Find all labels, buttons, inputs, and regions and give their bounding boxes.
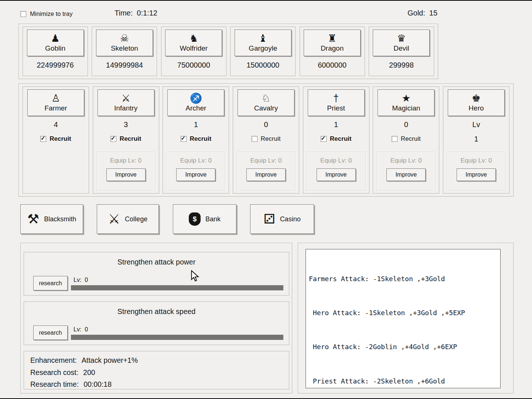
equip-level-label: Equip Lv: (250, 157, 276, 164)
gargoyle-icon: ♝ (259, 34, 267, 44)
gargoyle-button[interactable]: ♝ Gargoyle (235, 30, 291, 56)
equip-level-label: Equip Lv: (391, 157, 417, 164)
goblin-button[interactable]: ♟ Goblin (27, 30, 84, 56)
recruit-label: Recruit (190, 135, 212, 143)
equip-level: Equip Lv: 0 (307, 157, 365, 164)
equip-group-cavalry: Equip Lv: 0 Improve (236, 152, 296, 191)
equip-level-value: 0 (348, 157, 352, 164)
research-attack-speed-button[interactable]: research (33, 325, 68, 340)
monster-panel-skeleton: ☠ Skeleton 149999984 (92, 27, 157, 76)
unit-panel-hero: ♚ Hero Lv 1 Equip Lv: 0 Improve (443, 86, 509, 194)
anvil-icon: ⚒ (27, 212, 39, 226)
bank-label: Bank (205, 215, 221, 223)
skeleton-button[interactable]: ☠ Skeleton (96, 30, 153, 56)
improve-button-cavalry[interactable]: Improve (246, 168, 286, 181)
unit-panel-magician: ★ Magician 0 Recruit Equip Lv: 0 Improve (373, 86, 439, 194)
recruit-checkbox-farmer[interactable]: Recruit (40, 135, 71, 143)
recruit-checkbox-magician[interactable]: Recruit (392, 135, 421, 143)
devil-icon: ♛ (397, 34, 406, 44)
equip-group-archer: Equip Lv: 0 Improve (166, 152, 225, 191)
wolfrider-button[interactable]: ♞ Wolfrider (165, 30, 222, 56)
farmer-button[interactable]: ♙ Farmer (27, 89, 84, 116)
enhancement-label: Enhancement: (30, 356, 77, 364)
archer-button[interactable]: ♐ Archer (167, 89, 224, 116)
cavalry-icon: ♘ (262, 93, 270, 103)
improve-button-infantry[interactable]: Improve (106, 168, 146, 181)
hero-level-label: Lv (443, 120, 509, 129)
infantry-button[interactable]: ⚔ Infantry (98, 89, 154, 116)
recruit-checkbox-infantry[interactable]: Recruit (110, 135, 141, 143)
level-label: Lv: (74, 326, 81, 332)
hero-level-value: 1 (443, 135, 509, 143)
recruit-checkbox-priest[interactable]: Recruit (321, 135, 352, 143)
log-line: Priest Attack: -2Skeleton ,+6Gold (309, 376, 497, 387)
unit-panel-archer: ♐ Archer 1 Recruit Equip Lv: 0 Improve (163, 86, 229, 194)
college-button[interactable]: ⚔ College (97, 204, 159, 234)
infantry-label: Infantry (114, 104, 137, 112)
recruit-label: Recruit (50, 135, 71, 143)
research-attack-power-button[interactable]: research (33, 276, 68, 290)
blacksmith-button[interactable]: ⚒ Blacksmith (20, 204, 83, 234)
recruit-checkbox-archer[interactable]: Recruit (181, 135, 212, 143)
research-title: Strengthen attack power (24, 258, 289, 266)
money-bag-icon: $ (189, 212, 201, 226)
research-cost-value: 200 (83, 368, 95, 376)
improve-button-archer[interactable]: Improve (176, 168, 215, 181)
recruit-checkbox-cavalry[interactable]: Recruit (252, 135, 281, 143)
equip-level-label: Equip Lv: (110, 157, 136, 164)
checkbox-icon[interactable] (321, 136, 327, 142)
unit-panel-farmer: ♙ Farmer 4 Recruit (23, 86, 89, 194)
checkbox-icon[interactable] (392, 136, 398, 142)
research-cost-line: Research cost:200 (30, 366, 289, 379)
improve-button-hero[interactable]: Improve (457, 168, 496, 181)
improve-button-priest[interactable]: Improve (317, 168, 356, 181)
enhancement-line: Enhancement:Attack power+1% (30, 354, 289, 366)
skeleton-count: 149999984 (92, 61, 157, 69)
checkbox-icon[interactable] (181, 136, 187, 142)
cavalry-label: Cavalry (254, 104, 278, 112)
checkbox-icon[interactable] (20, 11, 26, 17)
dragon-icon: ♜ (328, 34, 337, 44)
equip-level-value: 0 (208, 157, 211, 164)
equip-level: Equip Lv: 0 (377, 157, 435, 164)
magician-button[interactable]: ★ Magician (378, 89, 434, 116)
unit-panel-priest: † Priest 1 Recruit Equip Lv: 0 Improve (303, 86, 369, 194)
checkbox-icon[interactable] (40, 136, 46, 142)
casino-button[interactable]: ⚂ Casino (250, 204, 314, 234)
cavalry-button[interactable]: ♘ Cavalry (238, 89, 294, 116)
devil-count: 299998 (369, 61, 434, 69)
research-group: Strengthen attack power research Lv:0 St… (20, 243, 292, 393)
battle-log-list[interactable]: Farmers Attack: -1Skeleton ,+3Gold Hero … (306, 249, 501, 388)
equip-group-magician: Equip Lv: 0 Improve (376, 152, 436, 191)
farmer-label: Farmer (44, 104, 67, 112)
monster-panel-dragon: ♜ Dragon 6000000 (300, 27, 365, 76)
research-info-panel: Enhancement:Attack power+1% Research cos… (24, 351, 289, 389)
progress-bar (71, 335, 283, 340)
gargoyle-count: 15000000 (231, 61, 295, 69)
equip-level-value: 0 (278, 157, 282, 164)
bank-button[interactable]: $ Bank (173, 204, 236, 234)
college-label: College (125, 215, 147, 223)
log-line: Farmers Attack: -1Skeleton ,+3Gold (309, 273, 497, 285)
equip-level-label: Equip Lv: (180, 157, 207, 164)
progress-bar (71, 285, 283, 290)
hero-button[interactable]: ♚ Hero (448, 89, 505, 116)
game-window: Minimize to tray Time:0:1:12 Gold:15 ♟ G… (0, 0, 532, 399)
farmer-count: 4 (23, 120, 89, 129)
devil-label: Devil (393, 44, 409, 52)
log-line: Hero Attack: -1Skeleton ,+3Gold ,+5EXP (309, 307, 497, 319)
dragon-label: Dragon (321, 44, 344, 52)
priest-button[interactable]: † Priest (308, 89, 365, 116)
improve-button-magician[interactable]: Improve (386, 168, 426, 181)
devil-button[interactable]: ♛ Devil (373, 30, 430, 56)
dragon-button[interactable]: ♜ Dragon (304, 30, 361, 56)
equip-level-label: Equip Lv: (460, 157, 487, 164)
wolfrider-icon: ♞ (189, 34, 198, 44)
checkbox-icon[interactable] (252, 136, 258, 142)
cavalry-count: 0 (233, 120, 299, 129)
magician-label: Magician (392, 104, 420, 112)
checkbox-icon[interactable] (110, 136, 116, 142)
priest-icon: † (333, 93, 339, 103)
units-group: ♙ Farmer 4 Recruit ⚔ Infantry 3 Recruit … (18, 83, 514, 197)
minimize-to-tray-checkbox[interactable]: Minimize to tray (20, 10, 73, 17)
